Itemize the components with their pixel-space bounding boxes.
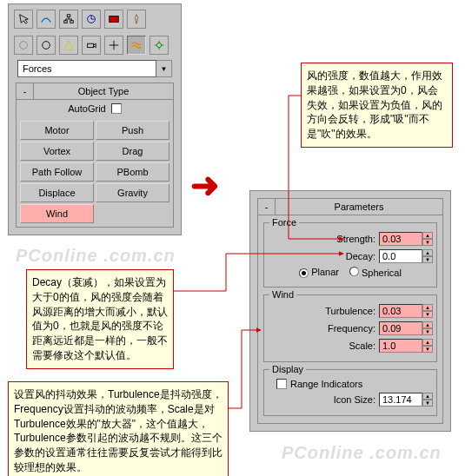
- icon-size-value[interactable]: 13.174: [379, 393, 422, 407]
- strength-value[interactable]: 0.03: [379, 232, 422, 246]
- strength-spinner[interactable]: 0.03 ▲▼: [379, 232, 433, 246]
- mode-radio-row: Planar Spherical: [268, 267, 433, 278]
- top-toolbar-row2: [12, 34, 177, 56]
- decay-label: Decay:: [346, 251, 375, 261]
- arrow-icon: ➜: [190, 165, 220, 205]
- scale-value[interactable]: 1.0: [379, 339, 422, 353]
- decay-row: Decay: 0.0 ▲▼: [268, 249, 433, 263]
- watermark: PConline .com.cn: [282, 443, 442, 463]
- autogrid-label: AutoGrid: [68, 103, 105, 114]
- wind-button[interactable]: Wind: [20, 204, 94, 223]
- parameters-panel: - Parameters Force Strength: 0.03 ▲▼ Dec…: [249, 190, 451, 432]
- display-icon[interactable]: [104, 10, 123, 29]
- chevron-down-icon[interactable]: ▼: [156, 60, 172, 77]
- object-button-grid: Motor Push Vortex Drag Path Follow PBomb…: [17, 117, 173, 227]
- vortex-button[interactable]: Vortex: [20, 142, 94, 161]
- turbulence-spinner[interactable]: 0.03 ▲▼: [379, 304, 433, 318]
- gravity-button[interactable]: Gravity: [96, 183, 169, 202]
- category-dropdown[interactable]: Forces ▼: [17, 60, 172, 77]
- svg-rect-2: [70, 21, 74, 23]
- svg-rect-0: [67, 15, 70, 17]
- minus-icon[interactable]: -: [17, 83, 34, 99]
- note-wind-params: 设置风的抖动效果，Turbulence是抖动强度，Frequency设置抖动的波…: [8, 381, 229, 476]
- geometry-icon[interactable]: [14, 36, 33, 55]
- top-toolbar-row1: [12, 8, 177, 30]
- scale-spinner[interactable]: 1.0 ▲▼: [379, 339, 433, 353]
- select-icon[interactable]: [14, 10, 33, 29]
- range-checkbox[interactable]: [276, 379, 287, 389]
- icon-size-spinner[interactable]: 13.174 ▲▼: [379, 393, 433, 407]
- systems-icon[interactable]: [149, 36, 169, 55]
- autogrid-checkbox[interactable]: [111, 103, 122, 114]
- group-label: Display: [269, 364, 306, 374]
- svg-point-5: [20, 42, 28, 50]
- space-warps-panel: Forces ▼ - Object Type AutoGrid Motor Pu…: [8, 3, 182, 235]
- planar-radio[interactable]: Planar: [299, 267, 339, 278]
- hierarchy-icon[interactable]: [59, 10, 78, 29]
- force-group: Force Strength: 0.03 ▲▼ Decay: 0.0 ▲▼ Pl…: [263, 222, 437, 288]
- minus-icon[interactable]: -: [258, 199, 276, 215]
- frequency-value[interactable]: 0.09: [379, 321, 422, 335]
- strength-label: Strength:: [336, 234, 375, 244]
- lights-icon[interactable]: [59, 36, 78, 55]
- decay-spinner[interactable]: 0.0 ▲▼: [379, 249, 433, 263]
- rollout-header[interactable]: - Parameters: [258, 199, 442, 215]
- note-decay: Decay（衰减），如果设置为大于0的值，风的强度会随着风源距离的增大而减小，默…: [26, 269, 174, 369]
- displace-button[interactable]: Displace: [20, 183, 94, 202]
- svg-rect-7: [88, 43, 94, 47]
- turbulence-value[interactable]: 0.03: [379, 304, 422, 318]
- rollout-title: Parameters: [276, 199, 442, 215]
- utilities-icon[interactable]: [127, 10, 146, 29]
- decay-value[interactable]: 0.0: [379, 249, 422, 263]
- spacewarps-icon[interactable]: [127, 36, 146, 55]
- svg-point-8: [156, 43, 161, 47]
- cameras-icon[interactable]: [82, 36, 101, 55]
- range-label: Range Indicators: [290, 379, 362, 389]
- frequency-row: Frequency: 0.09 ▲▼: [268, 321, 433, 335]
- scale-row: Scale: 1.0 ▲▼: [268, 339, 433, 353]
- frequency-label: Frequency:: [328, 323, 375, 334]
- display-group: Display Range Indicators Icon Size: 13.1…: [263, 369, 437, 416]
- helpers-icon[interactable]: [104, 36, 123, 55]
- object-type-rollout: - Object Type AutoGrid Motor Push Vortex…: [16, 83, 174, 228]
- motion-icon[interactable]: [82, 10, 101, 29]
- rollout-title: Object Type: [34, 83, 173, 99]
- svg-rect-4: [110, 17, 119, 23]
- turbulence-label: Turbulence:: [325, 306, 375, 316]
- group-label: Force: [269, 217, 299, 228]
- curve-icon[interactable]: [37, 10, 56, 29]
- motor-button[interactable]: Motor: [20, 121, 94, 140]
- parameters-rollout: - Parameters Force Strength: 0.03 ▲▼ Dec…: [257, 198, 443, 424]
- pbomb-button[interactable]: PBomb: [96, 162, 169, 182]
- autogrid-row: AutoGrid: [17, 100, 173, 117]
- dropdown-value: Forces: [17, 60, 156, 77]
- svg-point-6: [43, 42, 50, 50]
- drag-button[interactable]: Drag: [96, 142, 169, 161]
- turbulence-row: Turbulence: 0.03 ▲▼: [268, 304, 433, 318]
- icon-size-row: Icon Size: 13.174 ▲▼: [268, 393, 433, 407]
- note-strength: 风的强度，数值越大，作用效果越强，如果设置为0，风会失效，如果设置为负值，风的方…: [301, 63, 453, 148]
- spherical-radio[interactable]: Spherical: [349, 267, 402, 278]
- svg-rect-1: [64, 21, 68, 23]
- push-button[interactable]: Push: [96, 121, 169, 140]
- range-indicators-row: Range Indicators: [268, 379, 433, 389]
- scale-label: Scale:: [349, 340, 375, 351]
- frequency-spinner[interactable]: 0.09 ▲▼: [379, 321, 433, 335]
- rollout-header[interactable]: - Object Type: [17, 83, 173, 100]
- strength-row: Strength: 0.03 ▲▼: [268, 232, 433, 246]
- group-label: Wind: [269, 289, 296, 300]
- shapes-icon[interactable]: [37, 36, 56, 55]
- path-follow-button[interactable]: Path Follow: [20, 162, 94, 182]
- watermark: PConline .com.cn: [16, 246, 176, 266]
- wind-group: Wind Turbulence: 0.03 ▲▼ Frequency: 0.09…: [263, 294, 437, 362]
- icon-size-label: Icon Size:: [334, 394, 375, 405]
